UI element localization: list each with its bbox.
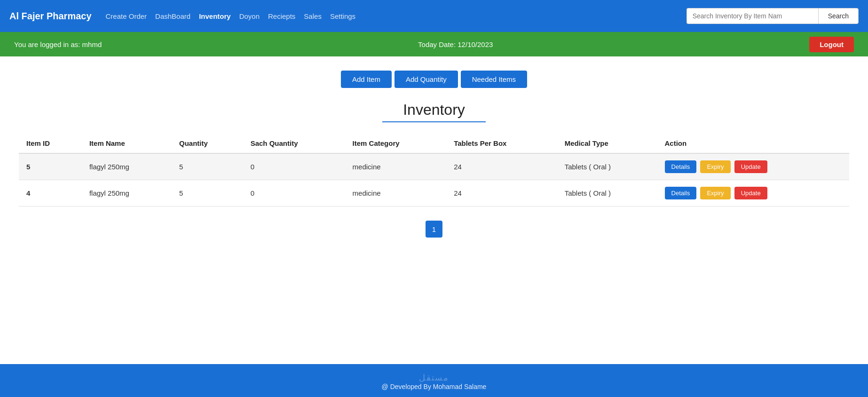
logged-in-text: You are logged in as: mhmd [14, 40, 102, 48]
cell-id: 4 [19, 180, 82, 206]
details-button[interactable]: Details [665, 160, 697, 173]
page-1-button[interactable]: 1 [426, 221, 442, 238]
cell-action: Details Expiry Update [657, 153, 849, 180]
nav-inventory[interactable]: Inventory [199, 12, 231, 20]
footer-watermark: مستقل [0, 373, 868, 383]
search-area: Search [687, 8, 859, 24]
nav-dashboard[interactable]: DashBoard [155, 12, 190, 20]
pagination: 1 [19, 221, 849, 238]
table-body: 5 flagyl 250mg 5 0 medicine 24 Tablets (… [19, 153, 849, 206]
page-title-container: Inventory [19, 101, 849, 122]
col-item-id: Item ID [19, 134, 82, 153]
navbar: Al Fajer Pharmacy Create Order DashBoard… [0, 0, 868, 32]
cell-category: medicine [345, 153, 447, 180]
cell-medical-type: Tablets ( Oral ) [557, 180, 657, 206]
col-tablets-per-box: Tablets Per Box [446, 134, 557, 153]
update-button[interactable]: Update [734, 187, 767, 199]
col-item-name: Item Name [82, 134, 172, 153]
page-title: Inventory [382, 101, 486, 122]
add-quantity-button[interactable]: Add Quantity [395, 71, 458, 88]
col-sach-quantity: Sach Quantity [243, 134, 345, 153]
update-button[interactable]: Update [734, 160, 767, 173]
action-buttons: Add Item Add Quantity Needed Items [19, 71, 849, 88]
today-date-text: Today Date: 12/10/2023 [418, 40, 493, 48]
cell-quantity: 5 [172, 153, 243, 180]
cell-tablets-per-box: 24 [446, 180, 557, 206]
col-action: Action [657, 134, 849, 153]
table-row: 5 flagyl 250mg 5 0 medicine 24 Tablets (… [19, 153, 849, 180]
cell-sach-quantity: 0 [243, 180, 345, 206]
cell-id: 5 [19, 153, 82, 180]
footer-text: @ Developed By Mohamad Salame [0, 383, 868, 390]
inventory-table: Item ID Item Name Quantity Sach Quantity… [19, 134, 849, 206]
cell-tablets-per-box: 24 [446, 153, 557, 180]
nav-links: Create Order DashBoard Inventory Doyon R… [106, 12, 677, 20]
cell-category: medicine [345, 180, 447, 206]
table-row: 4 flagyl 250mg 5 0 medicine 24 Tablets (… [19, 180, 849, 206]
main-content: Add Item Add Quantity Needed Items Inven… [0, 56, 868, 364]
col-quantity: Quantity [172, 134, 243, 153]
col-medical-type: Medical Type [557, 134, 657, 153]
table-header: Item ID Item Name Quantity Sach Quantity… [19, 134, 849, 153]
table-container: Item ID Item Name Quantity Sach Quantity… [19, 134, 849, 206]
cell-sach-quantity: 0 [243, 153, 345, 180]
cell-name: flagyl 250mg [82, 180, 172, 206]
nav-settings[interactable]: Settings [330, 12, 355, 20]
nav-reciepts[interactable]: Reciepts [268, 12, 295, 20]
needed-items-button[interactable]: Needed Items [461, 71, 527, 88]
nav-create-order[interactable]: Create Order [106, 12, 147, 20]
details-button[interactable]: Details [665, 187, 697, 199]
nav-doyon[interactable]: Doyon [239, 12, 260, 20]
expiry-button[interactable]: Expiry [700, 187, 730, 199]
search-input[interactable] [687, 8, 818, 24]
expiry-button[interactable]: Expiry [700, 160, 730, 173]
cell-quantity: 5 [172, 180, 243, 206]
add-item-button[interactable]: Add Item [341, 71, 392, 88]
cell-name: flagyl 250mg [82, 153, 172, 180]
footer: مستقل @ Developed By Mohamad Salame [0, 364, 868, 397]
search-button[interactable]: Search [818, 8, 859, 24]
cell-action: Details Expiry Update [657, 180, 849, 206]
logout-button[interactable]: Logout [809, 37, 854, 52]
nav-sales[interactable]: Sales [304, 12, 322, 20]
brand-name: Al Fajer Pharmacy [9, 11, 92, 22]
cell-medical-type: Tablets ( Oral ) [557, 153, 657, 180]
col-item-category: Item Category [345, 134, 447, 153]
info-bar: You are logged in as: mhmd Today Date: 1… [0, 32, 868, 56]
